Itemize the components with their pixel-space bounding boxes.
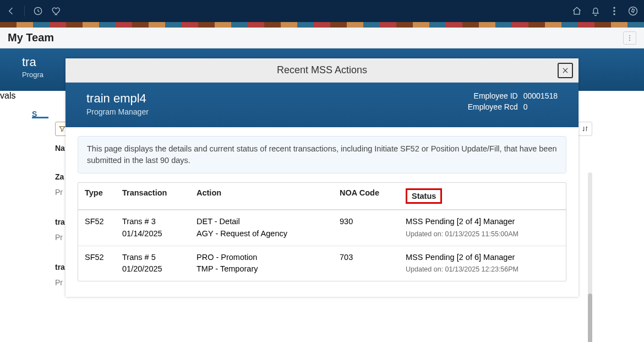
favorite-icon[interactable]: [51, 6, 62, 17]
list-item-sub: Pr: [55, 188, 63, 197]
emp-rcd-value: 0: [523, 102, 528, 111]
scrollbar[interactable]: [588, 172, 592, 342]
page-title: My Team: [8, 31, 54, 44]
col-type: Type: [85, 188, 122, 197]
list-item[interactable]: tra: [55, 218, 65, 226]
home-icon[interactable]: [571, 6, 582, 17]
recent-mss-actions-dialog: Recent MSS Actions train empl4 Program M…: [66, 58, 578, 297]
notifications-icon[interactable]: [590, 6, 601, 17]
decorative-strip: [0, 22, 644, 28]
cell-noa: 930: [340, 216, 406, 228]
col-transaction: Transaction: [122, 188, 197, 197]
employee-title: Program Manager: [86, 107, 457, 116]
compass-icon[interactable]: [627, 6, 638, 17]
page-header: My Team: [0, 28, 644, 48]
transactions-table: Type Transaction Action NOA Code Status …: [78, 182, 566, 281]
list-item-sub: Pr: [55, 233, 63, 242]
dialog-body: This page displays the details and curre…: [66, 127, 578, 297]
list-item-sub: Pr: [55, 278, 63, 287]
page-actions-icon[interactable]: [623, 31, 636, 45]
info-banner: This page displays the details and curre…: [78, 136, 566, 173]
dialog-header: Recent MSS Actions: [66, 58, 578, 83]
list-item[interactable]: Za: [55, 172, 64, 181]
svg-point-6: [629, 37, 630, 39]
cell-action: DET - Detail AGY - Request of Agency: [197, 216, 340, 240]
global-nav: [0, 0, 644, 22]
svg-point-3: [614, 14, 615, 15]
actions-icon[interactable]: [609, 6, 620, 17]
svg-point-1: [614, 7, 615, 8]
svg-point-7: [629, 40, 630, 41]
cell-status: MSS Pending [2 of 6] Manager Updated on:…: [406, 252, 559, 275]
sort-button[interactable]: [578, 122, 592, 136]
dialog-title: Recent MSS Actions: [277, 64, 367, 76]
table-row: SF52 Trans # 3 01/14/2025 DET - Detail A…: [78, 210, 566, 246]
nav-divider: [24, 6, 25, 17]
list-item[interactable]: tra: [55, 263, 65, 272]
cell-type: SF52: [85, 252, 122, 264]
dialog-banner: train empl4 Program Manager Employee ID0…: [66, 83, 578, 127]
cell-noa: 703: [340, 252, 406, 264]
cell-transaction: Trans # 3 01/14/2025: [122, 216, 197, 240]
col-action: Action: [197, 188, 340, 197]
close-button[interactable]: [558, 63, 573, 78]
table-header: Type Transaction Action NOA Code Status: [78, 183, 566, 210]
emp-rcd-label: Employee Rcd: [457, 102, 518, 111]
cell-action: PRO - Promotion TMP - Temporary: [197, 252, 340, 276]
svg-point-2: [614, 10, 615, 12]
cell-type: SF52: [85, 216, 122, 228]
svg-point-4: [629, 7, 637, 15]
recent-icon[interactable]: [32, 6, 43, 17]
cell-status: MSS Pending [2 of 4] Manager Updated on:…: [406, 216, 559, 240]
scrollbar-thumb[interactable]: [588, 294, 592, 342]
col-noa: NOA Code: [340, 188, 406, 197]
back-icon[interactable]: [6, 6, 17, 17]
col-status: Status: [406, 188, 442, 204]
emp-id-label: Employee ID: [457, 91, 518, 100]
tab-summary[interactable]: S: [32, 110, 48, 118]
employee-name: train empl4: [86, 91, 457, 106]
svg-point-5: [629, 35, 630, 36]
table-row: SF52 Trans # 5 01/20/2025 PRO - Promotio…: [78, 246, 566, 281]
emp-id-value: 00001518: [523, 91, 558, 100]
cell-transaction: Trans # 5 01/20/2025: [122, 252, 197, 276]
